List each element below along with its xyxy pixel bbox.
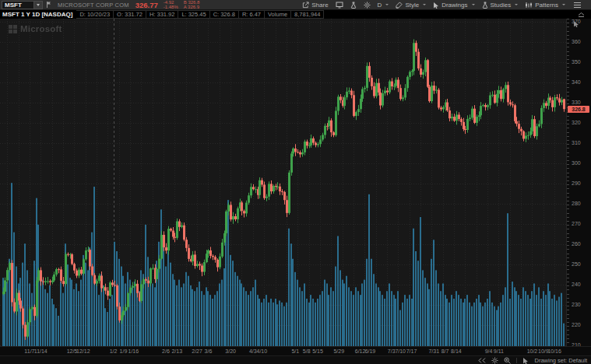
x-axis-label: 7/3 [388,348,396,354]
y-axis-label: 350 [572,59,581,65]
drawings-button[interactable]: Drawings [433,2,474,9]
y-axis-label: 290 [572,180,581,186]
chevron-down-icon [562,4,565,5]
share-button[interactable]: Share [302,2,328,9]
date-axis[interactable]: 11/711/1412/512/121/21/91/162/62/132/273… [0,346,591,355]
price-axis[interactable]: 326.8 3703603503403303203103002902802702… [566,19,591,346]
x-axis-label: 10/16 [547,348,561,354]
x-axis-label: 4/10 [256,348,267,354]
symbol-flag-icon[interactable] [46,1,51,9]
volume-value-cell: 8,781,944 [291,10,324,19]
ondemand-button[interactable] [350,2,357,9]
symbol-input[interactable]: MSFT [2,1,43,9]
gear-icon [364,2,371,9]
x-axis-label: 2/6 [162,348,170,354]
drawing-cursor-button[interactable] [522,357,529,364]
symbol-dropdown-button[interactable] [33,2,42,9]
magnifier-icon [504,357,511,364]
ohlc-date-cell: D:10/20/23 [76,10,114,19]
aggregation-button[interactable]: D [378,2,389,9]
x-axis-label: 11/7 [24,348,34,354]
x-axis-label: 1/16 [128,348,139,354]
y-axis-label: 300 [572,160,581,166]
cursor-icon [522,357,529,364]
ohlc-open-cell: O:331.72 [114,10,146,19]
double-arrow-icon [478,358,486,363]
share-icon [302,2,309,9]
last-price-badge: 326.8 [568,106,589,113]
change-stack: -4.92 -1.48% [164,0,178,9]
grid-layout-button[interactable] [336,2,343,9]
chevron-down-icon [37,4,40,6]
y-axis-label: 310 [572,140,581,145]
cursor-icon [433,2,439,9]
bid-ask-stack: B 326.8 A 326.9 [184,0,200,9]
patterns-button[interactable]: Patterns [525,2,565,9]
chart-bottom-bar: Drawing set: Default [0,355,591,364]
x-axis-label: 1/9 [120,348,128,354]
price-chart-canvas[interactable] [0,19,566,346]
gear-icon [491,357,498,364]
chart-title: MSFT 1 Y 1D [NASDAQ] [0,10,76,19]
x-axis-label: 11/14 [34,348,47,354]
chevron-down-icon [423,4,426,5]
zoom-button[interactable] [504,357,511,364]
y-axis-label: 320 [572,120,581,125]
y-axis-label: 280 [572,201,581,206]
drawing-set-label: Drawing set: Default [534,357,587,364]
y-axis-label: 220 [572,322,581,327]
y-axis-label: 340 [572,79,581,85]
microsoft-logo-icon [9,25,17,33]
studies-button[interactable]: Studies [482,2,519,9]
symbol-toolbar: MSFT MICROSOFT CORP COM 326.77 -4.92 -1.… [0,0,591,10]
x-axis-label: 1/2 [110,348,118,354]
y-axis-label: 360 [572,39,581,44]
pan-left-button[interactable] [478,358,486,363]
x-axis-label: 7/10 [395,348,406,354]
chart-menu-button[interactable] [572,2,584,8]
ohlc-close-cell: C:326.8 [210,10,239,19]
x-axis-label: 7/17 [406,348,417,354]
divider [516,358,517,363]
watermark-text: Microsoft [20,24,62,33]
y-axis-label: 260 [572,241,581,247]
x-axis-label: 9/11 [494,348,504,354]
style-icon [396,2,403,9]
y-axis-label: 230 [572,302,581,307]
symbol-value[interactable]: MSFT [2,2,33,9]
last-price: 326.77 [135,1,158,9]
chevron-down-icon [385,4,389,5]
x-axis-label: 6/19 [365,348,376,354]
x-axis-label: 3/20 [225,348,236,354]
ohlc-low-cell: L:325.45 [178,10,209,19]
axis-settings-button[interactable] [491,357,498,364]
x-axis-label: 8/7 [441,348,449,354]
collapse-panel-icon[interactable] [578,11,585,17]
style-button[interactable]: Style [396,2,426,9]
y-axis-label: 250 [572,261,581,267]
x-axis-label: 9/4 [485,348,493,354]
chevron-down-icon [472,4,475,5]
settings-button[interactable] [364,2,371,9]
percent-change: -1.48% [164,5,178,9]
y-axis-label: 330 [572,100,581,105]
patterns-icon [525,2,533,9]
volume-label-cell: Volume [265,10,291,19]
y-axis-label: 270 [572,221,581,226]
x-axis-label: 10/2 [527,348,538,354]
grid-icon [336,2,343,9]
x-axis-label: 2/27 [192,348,202,354]
ohlc-high-cell: H:331.92 [146,10,178,19]
x-axis-label: 4/3 [249,348,257,354]
x-axis-label: 7/31 [428,348,439,354]
y-axis-label: 370 [572,19,581,24]
x-axis-label: 5/8 [303,348,311,354]
chart-plot-area[interactable]: Microsoft [0,19,566,346]
watermark: Microsoft [9,24,62,33]
company-name: MICROSOFT CORP COM [58,2,129,9]
x-axis-label: 6/12 [355,348,366,354]
flask-icon [482,2,488,9]
chevron-down-icon [515,4,518,5]
y-axis-label: 240 [572,282,581,287]
ohlc-bar: MSFT 1 Y 1D [NASDAQ] D:10/20/23 O:331.72… [0,10,591,19]
